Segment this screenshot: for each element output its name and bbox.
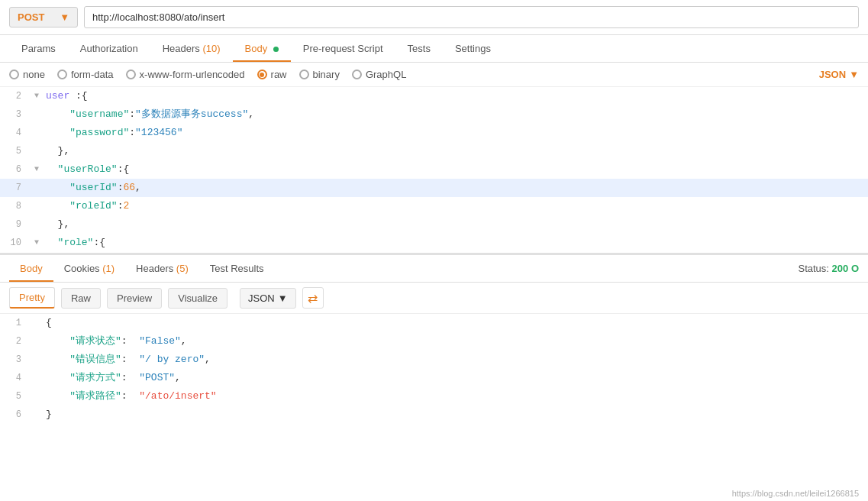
radio-urlencoded-circle (126, 69, 136, 79)
code-line-10: 10 ▼ "role":{ (0, 234, 868, 252)
code-line-6: 6 ▼ "userRole":{ (0, 160, 868, 179)
code-line-4: 4 "password":"123456" (0, 124, 868, 142)
response-toolbar: Pretty Raw Preview Visualize JSON ▼ ⇄ (0, 283, 868, 314)
radio-form-data[interactable]: form-data (57, 69, 114, 80)
response-tab-body[interactable]: Body (9, 255, 53, 282)
view-preview-button[interactable]: Preview (107, 288, 162, 309)
method-dropdown-icon: ▼ (60, 11, 69, 23)
resp-line-4: 4 "请求方式": "POST", (0, 369, 868, 387)
radio-graphql[interactable]: GraphQL (352, 69, 406, 80)
url-bar-container: POST ▼ (0, 0, 868, 35)
method-label: POST (18, 11, 44, 23)
code-line-7: 7 "userId":66, (0, 179, 868, 197)
radio-none[interactable]: none (9, 69, 45, 80)
response-tab-headers[interactable]: Headers (5) (125, 255, 199, 282)
method-select[interactable]: POST ▼ (9, 7, 78, 27)
radio-raw[interactable]: raw (257, 69, 287, 80)
resp-line-3: 3 "错误信息": "/ by zero", (0, 351, 868, 369)
view-pretty-button[interactable]: Pretty (9, 287, 55, 309)
radio-form-data-circle (57, 69, 67, 79)
radio-urlencoded[interactable]: x-www-form-urlencoded (126, 69, 245, 80)
code-line-8: 8 "roleId":2 (0, 197, 868, 215)
tab-body[interactable]: Body (233, 35, 291, 62)
status-code: 200 O (832, 263, 859, 274)
radio-binary-circle (299, 69, 309, 79)
tab-headers[interactable]: Headers (10) (150, 35, 233, 62)
resp-line-6: 6 } (0, 406, 868, 424)
resp-line-1: 1 { (0, 314, 868, 332)
response-tab-cookies[interactable]: Cookies (1) (53, 255, 125, 282)
radio-raw-circle (257, 69, 267, 79)
code-line-2: 2 ▼ user :{ (0, 87, 868, 105)
main-container: POST ▼ Params Authorization Headers (10)… (0, 0, 868, 501)
tab-settings[interactable]: Settings (443, 35, 503, 62)
code-line-5: 5 }, (0, 142, 868, 160)
body-type-bar: none form-data x-www-form-urlencoded raw… (0, 63, 868, 87)
body-dot (273, 47, 279, 52)
tab-authorization[interactable]: Authorization (68, 35, 150, 62)
view-raw-button[interactable]: Raw (61, 288, 101, 309)
wrap-text-button[interactable]: ⇄ (302, 287, 324, 309)
response-editor: 1 { 2 "请求状态": "False", 3 "错误信息": "/ by z… (0, 314, 868, 486)
json-format-select[interactable]: JSON ▼ (819, 69, 859, 80)
response-tab-bar: Body Cookies (1) Headers (5) Test Result… (0, 255, 868, 283)
response-tab-test-results[interactable]: Test Results (199, 255, 275, 282)
status-label: Status: (799, 263, 832, 274)
wrap-icon-symbol: ⇄ (308, 291, 318, 305)
radio-graphql-circle (352, 69, 362, 79)
url-input[interactable] (84, 6, 859, 28)
request-tab-bar: Params Authorization Headers (10) Body P… (0, 35, 868, 63)
request-editor[interactable]: 2 ▼ user :{ 3 "username":"多数据源事务success"… (0, 87, 868, 255)
view-visualize-button[interactable]: Visualize (168, 288, 227, 309)
watermark: https://blog.csdn.net/leilei1266815 (0, 486, 868, 501)
tab-prerequest[interactable]: Pre-request Script (291, 35, 395, 62)
resp-line-2: 2 "请求状态": "False", (0, 332, 868, 351)
json-dropdown-icon: ▼ (849, 69, 859, 80)
radio-none-circle (9, 69, 19, 79)
resp-line-5: 5 "请求路径": "/ato/insert" (0, 387, 868, 406)
code-line-3: 3 "username":"多数据源事务success", (0, 105, 868, 124)
response-json-select[interactable]: JSON ▼ (240, 288, 296, 309)
response-json-dropdown-icon: ▼ (278, 293, 288, 304)
status-bar: Status: 200 O (799, 263, 860, 274)
tab-params[interactable]: Params (9, 35, 68, 62)
radio-binary[interactable]: binary (299, 69, 340, 80)
code-line-9: 9 }, (0, 215, 868, 234)
tab-tests[interactable]: Tests (395, 35, 443, 62)
